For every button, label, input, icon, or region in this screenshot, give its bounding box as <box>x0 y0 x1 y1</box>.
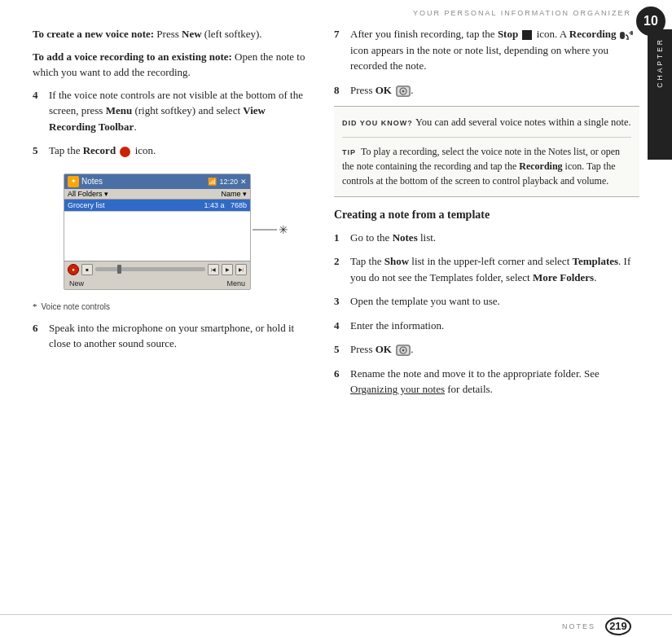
svg-rect-2 <box>630 31 633 35</box>
s-item6-num: 6 <box>334 366 350 398</box>
section-item-4: 4 Enter the information. <box>334 318 639 334</box>
softkey-right: Menu <box>226 279 245 288</box>
asterisk-footnote: * Voice note controls <box>33 301 310 312</box>
mockup-col2: Name ▾ <box>221 190 247 198</box>
notes-app-icon: ✦ <box>68 176 79 187</box>
mockup-slider <box>95 267 205 271</box>
item4-num: 4 <box>33 87 49 135</box>
right-column: 7 After you finish recording, tap the St… <box>334 26 639 406</box>
footer-label: NOTES <box>562 622 595 630</box>
footnote-sym: * <box>33 301 37 312</box>
s-item1-text: Go to the Notes list. <box>350 230 436 246</box>
mockup-signal: 📶 <box>208 178 217 186</box>
top-header: YOUR PERSONAL INFORMATION ORGANIZER <box>0 0 672 26</box>
s-item3-num: 3 <box>334 293 350 310</box>
record-icon <box>120 147 130 157</box>
softkey-left: New <box>69 279 84 288</box>
svg-point-6 <box>402 90 405 92</box>
ok-icon-2 <box>396 345 411 356</box>
chapter-label: CHAPTER <box>656 37 664 88</box>
mockup-controls: ● ■ |◀ ▶ ▶| <box>64 261 250 278</box>
item4-text: If the voice note controls are not visib… <box>49 87 310 135</box>
mockup-close: ✕ <box>240 178 247 186</box>
dyk-label: DID YOU KNOW? <box>342 119 413 127</box>
tip-divider <box>342 137 631 138</box>
dyk-heading: DID YOU KNOW? You can add several voice … <box>342 115 631 130</box>
s-item3-text: Open the template you want to use. <box>350 293 500 310</box>
right-item-7: 7 After you finish recording, tap the St… <box>334 26 639 74</box>
bottom-bar: NOTES 219 <box>0 614 672 637</box>
list-item-5: 5 Tap the Record icon. <box>33 143 310 159</box>
intro1-text: Press New (left softkey). <box>156 28 261 40</box>
intro2-label: To add a voice recording to an existing … <box>33 51 232 63</box>
ok-icon <box>396 86 411 97</box>
tip-label: TIP <box>342 148 356 156</box>
list-item-4: 4 If the voice note controls are not vis… <box>33 87 310 135</box>
ctrl-record-btn[interactable]: ● <box>68 264 79 275</box>
s-item5-text: Press OK . <box>350 341 413 358</box>
stop-icon <box>522 30 532 40</box>
s-item6-text: Rename the note and move it to the appro… <box>350 366 639 398</box>
s-item2-text: Tap the Show list in the upper-left corn… <box>350 253 639 285</box>
mockup-title: Notes <box>81 177 103 186</box>
s-item2-num: 2 <box>334 253 350 285</box>
s-item5-num: 5 <box>334 341 350 358</box>
svg-point-9 <box>402 349 405 352</box>
s-item4-num: 4 <box>334 318 350 334</box>
organizing-link[interactable]: Organizing your notes <box>350 383 445 395</box>
item8-num: 8 <box>334 82 350 99</box>
slider-thumb <box>117 265 121 274</box>
ctrl-next-btn[interactable]: ▶| <box>235 264 247 275</box>
list-item-6: 6 Speak into the microphone on your smar… <box>33 320 310 352</box>
item5-num: 5 <box>33 143 49 159</box>
mockup-wrapper: ✦ Notes 📶 12:20 ✕ All Folders ▾ Name ▾ <box>47 167 251 293</box>
mockup-item-name: Grocery list <box>68 201 105 209</box>
intro-paragraph-1: To create a new voice note: Press New (l… <box>33 26 310 42</box>
section-item-2: 2 Tap the Show list in the upper-left co… <box>334 253 639 285</box>
mockup-col1: All Folders ▾ <box>68 190 108 198</box>
section-item-6: 6 Rename the note and move it to the app… <box>334 366 639 398</box>
ctrl-play-btn[interactable]: ▶ <box>222 264 233 275</box>
mockup-empty-area <box>64 212 250 261</box>
item6-num: 6 <box>33 320 49 352</box>
dyk-text: You can add several voice notes within a… <box>415 116 631 128</box>
pointer-line <box>253 230 277 231</box>
pointer-line-wrapper: ✳ <box>253 223 288 237</box>
mockup-softkeys: New Menu <box>64 278 250 289</box>
section-heading: Creating a note from a template <box>334 209 639 222</box>
item6-text: Speak into the microphone on your smartp… <box>49 320 310 352</box>
item7-text: After you finish recording, tap the Stop… <box>350 26 639 74</box>
ctrl-stop-btn[interactable]: ■ <box>81 264 93 275</box>
section-item-5: 5 Press OK . <box>334 341 639 358</box>
section-item-3: 3 Open the template you want to use. <box>334 293 639 310</box>
chapter-tab: CHAPTER <box>648 29 672 160</box>
item5-text: Tap the Record icon. <box>49 143 156 159</box>
tip-text: To play a recording, select the voice no… <box>342 146 620 187</box>
mockup-time: 12:20 <box>219 178 238 186</box>
s-item1-num: 1 <box>334 230 350 246</box>
chapter-badge: 10 <box>636 7 665 36</box>
recording-icon <box>619 29 634 41</box>
mockup-item-meta: 1:43 a 768b <box>204 201 247 209</box>
footnote-text: Voice note controls <box>42 301 111 312</box>
intro-paragraph-2: To add a voice recording to an existing … <box>33 49 310 81</box>
mockup-header: All Folders ▾ Name ▾ <box>64 189 250 200</box>
mockup-titlebar: ✦ Notes 📶 12:20 ✕ <box>64 174 250 189</box>
ctrl-prev-btn[interactable]: |◀ <box>208 264 219 275</box>
main-content: To create a new voice note: Press New (l… <box>33 26 639 613</box>
asterisk-symbol: ✳ <box>279 223 288 237</box>
intro1-label: To create a new voice note: <box>33 28 154 40</box>
header-title: YOUR PERSONAL INFORMATION ORGANIZER <box>413 9 631 17</box>
right-item-8: 8 Press OK . <box>334 82 639 99</box>
item7-num: 7 <box>334 26 350 74</box>
mockup-list-row: Grocery list 1:43 a 768b <box>64 200 250 212</box>
screen-mockup: ✦ Notes 📶 12:20 ✕ All Folders ▾ Name ▾ <box>64 174 251 290</box>
s-item4-text: Enter the information. <box>350 318 444 334</box>
page-badge: 219 <box>605 617 631 635</box>
section-item-1: 1 Go to the Notes list. <box>334 230 639 246</box>
tip-paragraph: TIP To play a recording, select the voic… <box>342 144 631 188</box>
did-you-know-box: DID YOU KNOW? You can add several voice … <box>334 106 639 197</box>
left-column: To create a new voice note: Press New (l… <box>33 26 310 360</box>
svg-rect-0 <box>620 32 625 39</box>
item8-text: Press OK . <box>350 82 413 99</box>
